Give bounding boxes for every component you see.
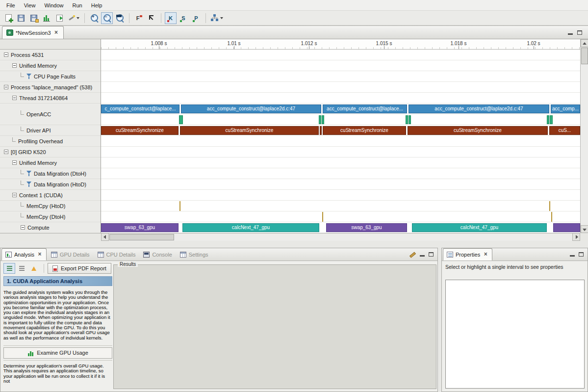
timeline-interval-custreamsynchronize[interactable]: cuStreamSynchronize (101, 126, 179, 135)
maximize-icon[interactable] (429, 252, 434, 257)
tree-item-context-1-cuda[interactable]: Context 1 (CUDA) (0, 190, 101, 201)
tab-newsession3[interactable]: *NewSession3 (2, 26, 64, 39)
tree-item-data-migration-dtoh[interactable]: Data Migration (DtoH) (0, 168, 101, 179)
timeline-interval-custreamsynchronize[interactable]: cuStreamSynchronize (180, 126, 319, 135)
tab-settings[interactable]: Settings (177, 248, 212, 261)
timeline-interval-marker[interactable] (406, 115, 408, 124)
tab-cpu-details[interactable]: CPU Details (94, 248, 139, 261)
menu-view[interactable]: View (20, 1, 40, 9)
timeline-interval-calcnext-47-gpu[interactable]: calcNext_47_gpu (412, 223, 547, 232)
timeline-interval-c-compute-construct-laplace[interactable]: c_compute_construct@laplace... (101, 105, 179, 113)
tree-item-unified-memory[interactable]: Unified Memory (0, 157, 101, 168)
timeline-interval-marker[interactable] (322, 115, 324, 124)
new-session-button[interactable] (2, 12, 14, 24)
tree-item-driver-api[interactable]: Driver API (0, 125, 101, 136)
tree-item-compute[interactable]: Compute (0, 222, 101, 233)
zoom-in-button[interactable]: + (88, 12, 100, 24)
timeline-interval-memcpy[interactable] (551, 212, 552, 222)
timeline-interval-marker[interactable] (550, 115, 553, 124)
collapse-minus-icon[interactable] (12, 96, 17, 100)
zoom-out-button[interactable]: − (101, 12, 113, 24)
goto-marker-button[interactable] (146, 12, 157, 24)
stream-toggle-button[interactable]: S (178, 12, 189, 24)
maximize-icon[interactable] (577, 30, 582, 35)
minimize-icon[interactable] (570, 252, 575, 257)
menu-file[interactable]: File (2, 1, 20, 9)
close-icon[interactable] (37, 251, 43, 258)
back-up-button[interactable] (28, 263, 40, 274)
tree-item-unified-memory[interactable]: Unified Memory (0, 60, 101, 71)
tree-item-thread-3172140864[interactable]: Thread 3172140864 (0, 93, 101, 104)
timeline-interval-acc-compute-construct-laplace[interactable]: acc_compute_construct@laplace... (323, 105, 407, 113)
export-pdf-report-button[interactable]: Export PDF Report (48, 263, 111, 274)
vertical-scroll-thumb[interactable] (581, 48, 588, 64)
guided-analysis-button[interactable] (3, 263, 15, 274)
tree-item-memcpy-htod[interactable]: MemCpy (HtoD) (0, 201, 101, 211)
generate-timeline-button[interactable] (66, 12, 81, 24)
scroll-up-arrow[interactable] (581, 39, 588, 47)
close-icon[interactable] (483, 251, 488, 258)
goto-flag-button[interactable]: F (133, 12, 145, 24)
save-session-button[interactable] (28, 12, 40, 24)
unguided-analysis-button[interactable] (16, 263, 27, 274)
horizontal-scroll-thumb[interactable] (109, 234, 174, 240)
tree-item-process-laplace-managed-538[interactable]: Process "laplace_managed" (538) (0, 82, 101, 93)
kernel-toggle-button[interactable]: K (165, 12, 177, 24)
zoom-fit-button[interactable] (114, 12, 126, 24)
tree-item-openacc[interactable]: OpenACC (0, 104, 101, 125)
collapse-minus-icon[interactable] (4, 150, 8, 154)
timeline-interval-marker[interactable] (409, 115, 411, 124)
timeline-interval-custreamsynchronize[interactable]: cuStreamSynchronize (408, 126, 548, 135)
collapse-minus-icon[interactable] (12, 193, 17, 197)
tree-item-profiling-overhead[interactable]: Profiling Overhead (0, 136, 101, 147)
timeline-interval-marker[interactable] (319, 115, 321, 124)
timeline-interval-custreamsynchronize[interactable]: cuStreamSynchronize (323, 126, 406, 135)
export-data-button[interactable] (53, 12, 65, 24)
timeline-interval-marker[interactable] (179, 115, 183, 124)
vertical-scrollbar[interactable] (580, 39, 588, 233)
timeline-interval-memcpy[interactable] (549, 201, 550, 211)
examine-gpu-usage-button[interactable]: Examine GPU Usage (3, 347, 112, 359)
menu-run[interactable]: Run (68, 1, 87, 9)
collapse-minus-icon[interactable] (4, 85, 8, 89)
scroll-left-arrow[interactable] (101, 233, 109, 241)
timeline-interval-acc-compute-construct-laplace2d-c-47[interactable]: acc_compute_construct@laplace2d.c:47 (181, 105, 321, 113)
collapse-minus-icon[interactable] (4, 52, 8, 57)
timeline-interval-swap-63-gpu[interactable]: swap_63_gpu (326, 223, 407, 232)
tab-console[interactable]: Console (140, 248, 175, 261)
timeline-interval-calcnext-47-gpu[interactable]: calcNext_47_gpu (182, 223, 319, 232)
menu-help[interactable]: Help (87, 1, 107, 9)
timeline-interval-swap-63-gpu[interactable]: swap_63_gpu (101, 223, 179, 232)
tab-gpu-details[interactable]: GPU Details (48, 248, 93, 261)
open-session-button[interactable] (15, 12, 27, 24)
view-menu-pencil-icon[interactable] (409, 251, 416, 258)
tree-item-cpu-page-faults[interactable]: CPU Page Faults (0, 71, 101, 82)
tree-item-0-grid-k520[interactable]: [0] GRID K520 (0, 147, 101, 157)
collapse-minus-icon[interactable] (12, 63, 17, 68)
menu-window[interactable]: Window (40, 1, 68, 9)
minimize-icon[interactable] (420, 252, 425, 257)
timeline-interval-kernel_swap[interactable] (553, 223, 580, 232)
collapse-minus-icon[interactable] (21, 225, 25, 230)
timeline-interval-marker[interactable] (547, 115, 549, 124)
timeline-interval-memcpy[interactable] (179, 201, 180, 211)
scroll-right-arrow[interactable] (572, 233, 580, 241)
profile-application-button[interactable] (41, 12, 52, 24)
tab-analysis[interactable]: Analysis (1, 248, 47, 261)
tree-item-data-migration-htod[interactable]: Data Migration (HtoD) (0, 179, 101, 190)
tree-item-process-4531[interactable]: Process 4531 (0, 50, 101, 60)
horizontal-scrollbar[interactable] (101, 233, 580, 241)
timeline-interval-cus[interactable]: cuS... (549, 126, 580, 135)
close-icon[interactable] (53, 29, 59, 36)
tree-item-memcpy-dtoh[interactable]: MemCpy (DtoH) (0, 211, 101, 222)
maximize-icon[interactable] (579, 252, 584, 257)
timeline-interval-acc-comp[interactable]: acc_comp... (551, 105, 580, 113)
scroll-down-arrow[interactable] (581, 225, 588, 233)
timeline-interval-acc-compute-construct-laplace2d-c-47[interactable]: acc_compute_construct@laplace2d.c:47 (409, 105, 549, 113)
process-toggle-button[interactable]: P (190, 12, 202, 24)
timeline-interval-driver[interactable] (320, 126, 322, 135)
timeline-interval-memcpy[interactable] (322, 212, 323, 222)
minimize-icon[interactable] (568, 30, 573, 35)
run-analysis-button[interactable] (209, 12, 225, 24)
tab-properties[interactable]: Properties (443, 248, 492, 261)
